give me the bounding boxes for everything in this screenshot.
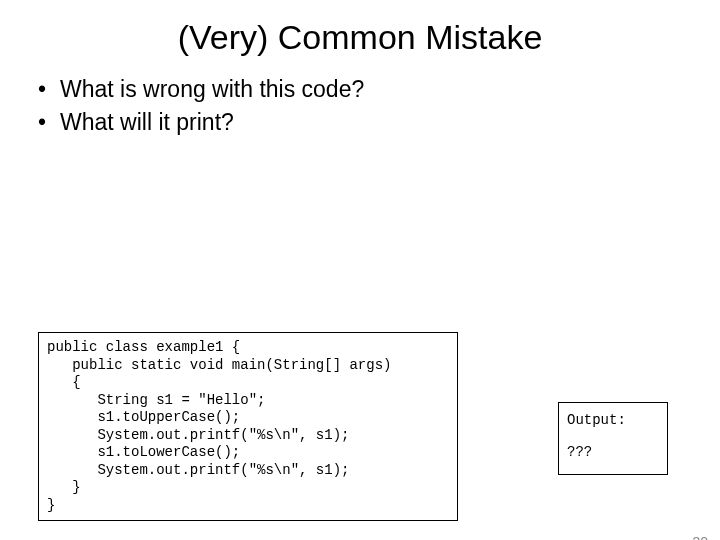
output-value: ??? xyxy=(567,441,659,463)
slide-title: (Very) Common Mistake xyxy=(0,18,720,57)
page-number: 30 xyxy=(692,534,708,540)
output-label: Output: xyxy=(567,409,659,431)
code-block: public class example1 { public static vo… xyxy=(38,332,458,521)
bullet-item: What is wrong with this code? xyxy=(38,75,720,104)
bullet-item: What will it print? xyxy=(38,108,720,137)
output-block: Output: ??? xyxy=(558,402,668,475)
slide: (Very) Common Mistake What is wrong with… xyxy=(0,18,720,540)
bullet-list: What is wrong with this code? What will … xyxy=(38,75,720,137)
